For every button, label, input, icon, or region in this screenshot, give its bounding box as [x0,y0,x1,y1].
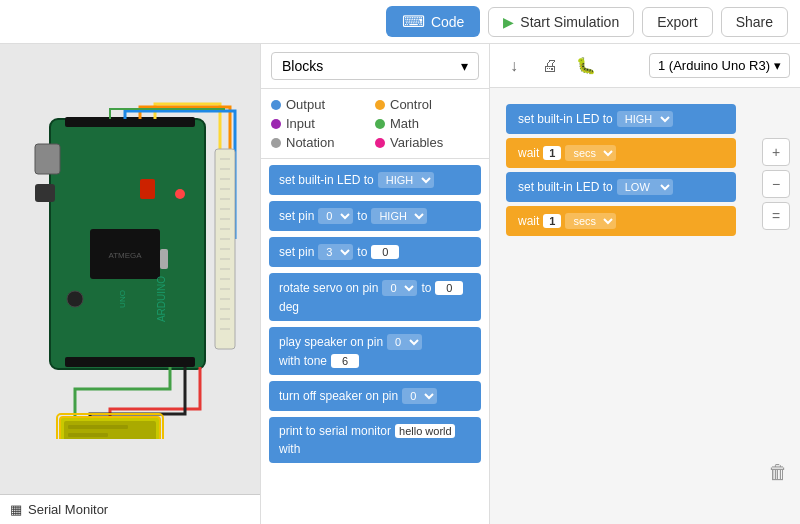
notation-dot [271,138,281,148]
svg-point-9 [175,189,185,199]
serial-monitor-bar[interactable]: ▦ Serial Monitor [0,494,260,524]
control-dot [375,100,385,110]
blocks-list: set built-in LED to HIGHLOW set pin 012 … [261,159,489,524]
svg-rect-2 [35,184,55,202]
cb-secs-select-1[interactable]: secsms [565,145,616,161]
block-set-builtin-led[interactable]: set built-in LED to HIGHLOW [269,165,481,195]
code-stack: set built-in LED to HIGHLOW wait 1 secsm… [506,104,736,236]
main-layout: ATMEGA ARDUINO UNO [0,44,800,524]
cb-set-led-high[interactable]: set built-in LED to HIGHLOW [506,104,736,134]
device-label: 1 (Arduino Uno R3) [658,58,770,73]
cb-wait-2[interactable]: wait 1 secsms [506,206,736,236]
category-variables[interactable]: Variables [375,135,479,150]
block-pin-select-2[interactable]: 345 [318,244,353,260]
play-icon: ▶ [503,14,514,30]
svg-text:ATMEGA: ATMEGA [108,251,142,260]
code-icon: ⌨ [402,12,425,31]
block-serial-text-input[interactable] [395,424,455,438]
category-control[interactable]: Control [375,97,479,112]
blocks-dropdown[interactable]: Blocks ▾ [271,52,479,80]
categories: Output Control Input Math Notation Varia… [261,89,489,159]
zoom-reset-button[interactable]: = [762,202,790,230]
cb-set-led-low[interactable]: set built-in LED to LOWHIGH [506,172,736,202]
svg-rect-35 [68,433,108,437]
device-chevron-icon: ▾ [774,58,781,73]
serial-monitor-label: Serial Monitor [28,502,108,517]
download-icon-btn[interactable]: ↓ [500,52,528,80]
math-dot [375,119,385,129]
block-pin-select-1[interactable]: 012 [318,208,353,224]
block-servo-angle-input[interactable] [435,281,463,295]
board-panel: ATMEGA ARDUINO UNO [0,44,260,524]
block-print-serial[interactable]: print to serial monitor with [269,417,481,463]
svg-text:UNO: UNO [118,290,127,308]
export-button[interactable]: Export [642,7,712,37]
print-icon-btn[interactable]: 🖨 [536,52,564,80]
svg-rect-34 [68,425,128,429]
device-dropdown[interactable]: 1 (Arduino Uno R3) ▾ [649,53,790,78]
category-math[interactable]: Math [375,116,479,131]
svg-point-7 [67,291,83,307]
export-label: Export [657,14,697,30]
cb-led-high-select[interactable]: HIGHLOW [617,111,673,127]
block-turn-off-speaker[interactable]: turn off speaker on pin 01 [269,381,481,411]
svg-rect-8 [140,179,155,199]
svg-rect-10 [160,249,168,269]
block-turn-off-pin-select[interactable]: 01 [402,388,437,404]
svg-text:ARDUINO: ARDUINO [156,276,167,322]
arduino-svg: ATMEGA ARDUINO UNO [20,99,240,439]
block-play-speaker[interactable]: play speaker on pin 01 with tone [269,327,481,375]
subbar-left: ↓ 🖨 🐛 [500,52,600,80]
input-label: Input [286,116,315,131]
blocks-dropdown-label: Blocks [282,58,323,74]
math-label: Math [390,116,419,131]
debug-icon-btn[interactable]: 🐛 [572,52,600,80]
code-panel: ↓ 🖨 🐛 1 (Arduino Uno R3) ▾ set built-in … [490,44,800,524]
svg-rect-4 [65,357,195,367]
block-high-select-1[interactable]: HIGHLOW [378,172,434,188]
category-notation[interactable]: Notation [271,135,375,150]
zoom-controls: + − = [762,138,790,230]
block-servo-pin-select[interactable]: 01 [382,280,417,296]
control-label: Control [390,97,432,112]
blocks-header: Blocks ▾ [261,44,489,89]
share-button[interactable]: Share [721,7,788,37]
share-label: Share [736,14,773,30]
variables-label: Variables [390,135,443,150]
cb-wait-num-2: 1 [543,214,561,228]
block-high-select-2[interactable]: HIGHLOW [371,208,427,224]
start-simulation-label: Start Simulation [520,14,619,30]
input-dot [271,119,281,129]
svg-rect-1 [35,144,60,174]
block-tone-input[interactable] [331,354,359,368]
category-input[interactable]: Input [271,116,375,131]
code-label: Code [431,14,464,30]
code-button[interactable]: ⌨ Code [386,6,480,37]
svg-rect-3 [65,117,195,127]
toolbar: ⌨ Code ▶ Start Simulation Export Share [0,0,800,44]
block-set-pin-value[interactable]: set pin 345 to [269,237,481,267]
zoom-in-button[interactable]: + [762,138,790,166]
variables-dot [375,138,385,148]
code-subbar: ↓ 🖨 🐛 1 (Arduino Uno R3) ▾ [490,44,800,88]
code-blocks-area: set built-in LED to HIGHLOW wait 1 secsm… [490,88,800,524]
blocks-panel: Blocks ▾ Output Control Input Math [260,44,490,524]
cb-secs-select-2[interactable]: secsms [565,213,616,229]
block-speaker-pin-select[interactable]: 01 [387,334,422,350]
cb-wait-num-1: 1 [543,146,561,160]
output-label: Output [286,97,325,112]
trash-icon[interactable]: 🗑 [768,461,788,484]
block-pin-value-input[interactable] [371,245,399,259]
notation-label: Notation [286,135,334,150]
cb-wait-1[interactable]: wait 1 secsms [506,138,736,168]
block-set-pin-high[interactable]: set pin 012 to HIGHLOW [269,201,481,231]
arduino-area: ATMEGA ARDUINO UNO [0,44,260,494]
serial-monitor-icon: ▦ [10,502,22,517]
category-output[interactable]: Output [271,97,375,112]
cb-led-low-select[interactable]: LOWHIGH [617,179,673,195]
zoom-out-button[interactable]: − [762,170,790,198]
block-rotate-servo[interactable]: rotate servo on pin 01 to deg [269,273,481,321]
chevron-down-icon: ▾ [461,58,468,74]
start-simulation-button[interactable]: ▶ Start Simulation [488,7,634,37]
output-dot [271,100,281,110]
